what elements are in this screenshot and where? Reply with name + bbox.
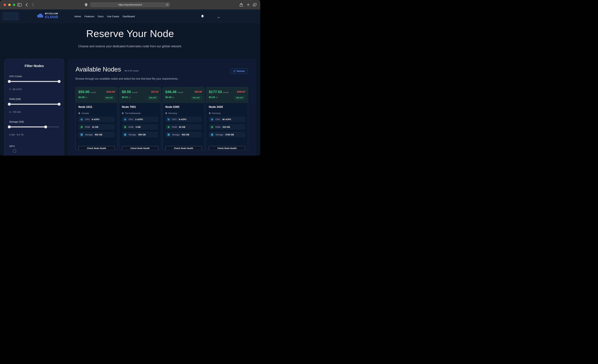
nav-left-placeholder (2, 12, 19, 21)
cpu-value: 8 vCPU (179, 118, 186, 121)
spec-row-cpu: CPU:2 vCPU (122, 117, 158, 122)
card-pricing-header: $177.53/month $0.25/hr $355.07 50% OFF (206, 87, 248, 103)
monthly-price: $55.90 (78, 90, 90, 94)
available-nodes-header: Available Nodes 48 of 50 nodes Refresh (75, 59, 248, 73)
discount-badge: 50% OFF (191, 96, 202, 99)
site-navbar: MYCELIUM CLOUD Home Features Docs Use Ca… (0, 9, 260, 23)
minimize-window-button[interactable] (8, 4, 11, 6)
cpu-label: CPU: (85, 118, 90, 121)
nav-link-home[interactable]: Home (74, 15, 81, 18)
brand-text: MYCELIUM CLOUD (45, 13, 58, 19)
available-nodes-subtitle: Browse through our available nodes and s… (75, 77, 248, 80)
slider-handle-min[interactable] (8, 103, 11, 106)
ram-icon (124, 125, 127, 129)
per-hr-label: /hr (85, 97, 87, 98)
notifications-bell-icon[interactable] (201, 15, 204, 19)
browser-window: https://myceliumcloud.tf MYCELIUM (0, 0, 260, 156)
spec-row-storage: Storage:932 GB (78, 132, 115, 137)
storage-value: 932 GB (95, 133, 102, 136)
cpu-icon (80, 118, 83, 121)
back-button[interactable] (25, 0, 29, 9)
new-tab-icon[interactable] (246, 0, 250, 9)
old-price: $17.10 (151, 91, 158, 93)
nav-link-features[interactable]: Features (84, 15, 94, 18)
slider-handle-min[interactable] (8, 125, 11, 128)
reload-icon[interactable] (166, 3, 168, 7)
share-icon[interactable] (239, 0, 243, 9)
slider-handle-max[interactable] (58, 103, 61, 106)
node-card[interactable]: $8.55/month $0.01/hr $17.10 50% OFF Node… (119, 87, 161, 150)
node-card[interactable]: $177.53/month $0.25/hr $355.07 50% OFF N… (206, 87, 248, 150)
slider-handle-min[interactable] (8, 80, 11, 83)
storage-label: Storage (GB) (9, 120, 59, 123)
gpu-checkbox[interactable] (13, 149, 16, 153)
slider-handle-max[interactable] (58, 80, 61, 83)
close-window-button[interactable] (4, 4, 6, 6)
slider-fill (9, 81, 59, 82)
storage-label: Storage: (128, 133, 137, 136)
ram-value: 31 GB (92, 126, 99, 128)
per-month-label: /month (91, 91, 96, 93)
nav-link-dashboard[interactable]: Dashboard (123, 15, 135, 18)
per-month-label: /month (132, 91, 138, 93)
refresh-label: Refresh (237, 70, 245, 72)
node-name: Node 6365 (165, 105, 202, 109)
privacy-shield-icon[interactable] (84, 0, 88, 9)
spec-row-storage: Storage:3726 GB (209, 132, 245, 137)
storage-range-caption: 0 GB - 9.8 TB (9, 133, 59, 136)
brand-name-top: MYCELIUM (45, 13, 58, 15)
spec-row-ram: RAM:31 GB (78, 124, 115, 130)
cpu-cores-label: CPU Cores (9, 75, 59, 78)
filter-panel: Filter Nodes CPU Cores 0 - 88 vCPU RAM (… (4, 59, 64, 156)
per-hr-label: /hr (129, 97, 131, 98)
filter-panel-title: Filter Nodes (9, 64, 59, 68)
url-text: https://myceliumcloud.tf (118, 3, 142, 6)
hero: Reserve Your Node Choose and reserve you… (0, 28, 260, 48)
address-bar[interactable]: https://myceliumcloud.tf (90, 2, 170, 7)
spec-row-cpu: CPU:8 vCPU (165, 117, 202, 122)
ram-slider[interactable] (9, 103, 59, 106)
location-pin-icon (122, 112, 124, 115)
discount-badge: 50% OFF (104, 96, 115, 99)
hourly-price: $0.01 (122, 96, 128, 99)
cpu-value: 40 vCPU (222, 118, 231, 121)
slider-handle-max[interactable] (44, 125, 47, 128)
brand-name-bottom: CLOUD (45, 15, 58, 19)
fullscreen-window-button[interactable] (13, 4, 15, 6)
storage-value: 3726 GB (225, 133, 234, 136)
card-pricing-header: $55.90/month $0.08/hr $101.80 50% OFF (76, 87, 117, 103)
cpu-label: CPU: (128, 118, 134, 121)
storage-icon (80, 133, 83, 136)
storage-slider[interactable] (9, 125, 59, 128)
available-nodes-panel: Available Nodes 48 of 50 nodes Refresh B… (68, 59, 256, 156)
user-menu-chevron-down-icon[interactable] (217, 16, 220, 19)
ram-icon (167, 125, 170, 129)
cpu-icon (124, 118, 127, 121)
forward-button[interactable] (31, 0, 35, 9)
location-pin-icon (78, 112, 80, 115)
node-location: Canada (81, 112, 89, 115)
tab-overview-icon[interactable] (252, 0, 257, 9)
sidebar-toggle-icon[interactable] (17, 0, 22, 9)
old-price: $355.07 (237, 91, 245, 93)
filter-group-gpu: GPU (9, 145, 59, 153)
per-month-label: /month (177, 91, 183, 93)
cpu-value: 2 vCPU (135, 118, 143, 121)
cloud-logo-icon (37, 13, 44, 18)
nav-link-use-cases[interactable]: Use Cases (107, 15, 119, 18)
ram-value: 62 GB (179, 126, 185, 128)
node-card[interactable]: $55.90/month $0.08/hr $101.80 50% OFF No… (75, 87, 118, 150)
spec-row-cpu: CPU:8 vCPU (78, 117, 115, 122)
check-node-health-button[interactable]: Check Node Health (122, 146, 158, 150)
check-node-health-button[interactable]: Check Node Health (209, 146, 245, 150)
refresh-button[interactable]: Refresh (230, 68, 248, 74)
filter-group-ram: RAM (GB) 0 - 709 GB (9, 98, 59, 113)
brand-logo[interactable]: MYCELIUM CLOUD (37, 13, 58, 19)
node-location: The Netherlands (125, 112, 141, 115)
check-node-health-button[interactable]: Check Node Health (165, 146, 202, 150)
filter-group-cpu: CPU Cores 0 - 88 vCPU (9, 75, 59, 91)
check-node-health-button[interactable]: Check Node Health (78, 146, 115, 150)
cpu-cores-slider[interactable] (9, 80, 59, 83)
nav-link-docs[interactable]: Docs (98, 15, 103, 18)
node-card[interactable]: $46.48/month $0.06/hr $92.96 50% OFF Nod… (163, 87, 205, 150)
